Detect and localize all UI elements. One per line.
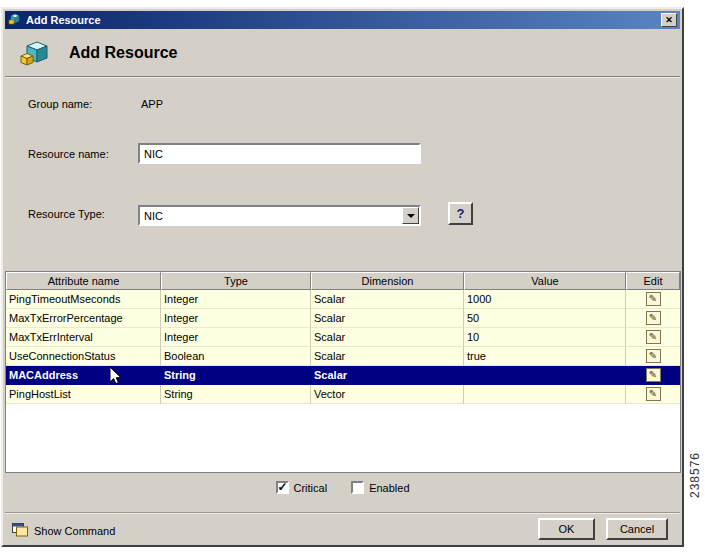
edit-icon[interactable]: ✎ (646, 387, 661, 401)
cell-value: 1000 (464, 290, 626, 309)
add-resource-dialog: Add Resource ✕ Add Resource Group name: (1, 7, 684, 547)
dialog-title: Add Resource (69, 44, 177, 62)
close-button[interactable]: ✕ (661, 13, 677, 27)
table-row[interactable]: MACAddress String Scalar ✎ (6, 366, 680, 385)
cell-type: String (161, 366, 311, 385)
column-header-type[interactable]: Type (161, 272, 311, 290)
column-header-value[interactable]: Value (464, 272, 626, 290)
cell-type: Integer (161, 290, 311, 309)
edit-icon[interactable]: ✎ (646, 368, 661, 382)
column-header-attribute[interactable]: Attribute name (6, 272, 161, 290)
close-icon: ✕ (665, 16, 673, 25)
cell-attribute: MACAddress (6, 366, 161, 385)
screenshot-page: Add Resource ✕ Add Resource Group name: (0, 0, 705, 554)
cell-edit: ✎ (626, 290, 680, 309)
attribute-table: Attribute name Type Dimension Value Edit… (5, 271, 681, 473)
cancel-button[interactable]: Cancel (606, 518, 668, 540)
chevron-down-icon (407, 214, 415, 218)
cell-attribute: MaxTxErrInterval (6, 328, 161, 347)
cell-type: Integer (161, 309, 311, 328)
critical-checkbox[interactable] (276, 481, 289, 494)
cell-edit: ✎ (626, 347, 680, 366)
table-row[interactable]: MaxTxErrorPercentage Integer Scalar 50 ✎ (6, 309, 680, 328)
show-command-button[interactable]: Show Command (9, 521, 118, 541)
group-name-value: APP (141, 98, 163, 110)
cell-value: true (464, 347, 626, 366)
cell-attribute: MaxTxErrorPercentage (6, 309, 161, 328)
edit-icon[interactable]: ✎ (646, 311, 661, 325)
show-command-icon (12, 523, 28, 539)
cell-edit: ✎ (626, 309, 680, 328)
enabled-option[interactable]: Enabled (351, 481, 409, 494)
table-row[interactable]: PingHostList String Vector ✎ (6, 385, 680, 404)
cell-type: String (161, 385, 311, 404)
table-row[interactable]: UseConnectionStatus Boolean Scalar true … (6, 347, 680, 366)
edit-icon[interactable]: ✎ (646, 349, 661, 363)
window-title: Add Resource (26, 14, 657, 26)
enabled-label: Enabled (369, 482, 409, 494)
cell-type: Integer (161, 328, 311, 347)
add-resource-icon (19, 38, 51, 68)
options-row: Critical Enabled (3, 481, 682, 494)
enabled-checkbox[interactable] (351, 481, 364, 494)
cell-dimension: Scalar (311, 347, 464, 366)
cell-attribute: PingTimeoutMseconds (6, 290, 161, 309)
critical-label: Critical (294, 482, 328, 494)
cell-edit: ✎ (626, 385, 680, 404)
cell-edit: ✎ (626, 366, 680, 385)
cell-value (464, 385, 626, 404)
column-header-dimension[interactable]: Dimension (311, 272, 464, 290)
resource-name-label: Resource name: (28, 148, 109, 160)
resource-type-combo[interactable]: NIC (138, 205, 421, 226)
resource-name-input[interactable] (138, 143, 421, 164)
cell-dimension: Scalar (311, 290, 464, 309)
cell-dimension: Vector (311, 385, 464, 404)
mouse-cursor (109, 366, 122, 385)
cell-edit: ✎ (626, 328, 680, 347)
table-header: Attribute name Type Dimension Value Edit (6, 272, 680, 290)
help-icon: ? (457, 206, 465, 221)
cell-value (464, 366, 626, 385)
cell-dimension: Scalar (311, 328, 464, 347)
footer-divider (5, 512, 680, 514)
titlebar[interactable]: Add Resource ✕ (5, 11, 680, 29)
cell-dimension: Scalar (311, 309, 464, 328)
table-row[interactable]: PingTimeoutMseconds Integer Scalar 1000 … (6, 290, 680, 309)
help-button[interactable]: ? (448, 202, 473, 225)
table-row[interactable]: MaxTxErrInterval Integer Scalar 10 ✎ (6, 328, 680, 347)
resource-type-value: NIC (140, 210, 402, 222)
show-command-label: Show Command (34, 525, 115, 537)
cell-dimension: Scalar (311, 366, 464, 385)
cell-value: 10 (464, 328, 626, 347)
attribute-table-body: PingTimeoutMseconds Integer Scalar 1000 … (6, 290, 680, 472)
cell-type: Boolean (161, 347, 311, 366)
cell-attribute: PingHostList (6, 385, 161, 404)
edit-icon[interactable]: ✎ (646, 330, 661, 344)
figure-number: 238576 (688, 452, 702, 498)
cell-value: 50 (464, 309, 626, 328)
resource-type-label: Resource Type: (28, 208, 105, 220)
combo-dropdown-button[interactable] (402, 207, 419, 224)
column-header-edit[interactable]: Edit (626, 272, 680, 290)
edit-icon[interactable]: ✎ (646, 292, 661, 306)
ok-button[interactable]: OK (538, 518, 595, 540)
critical-option[interactable]: Critical (276, 481, 328, 494)
window-icon (8, 12, 22, 28)
dialog-header: Add Resource (5, 29, 680, 77)
cell-attribute: UseConnectionStatus (6, 347, 161, 366)
group-name-label: Group name: (28, 98, 92, 110)
